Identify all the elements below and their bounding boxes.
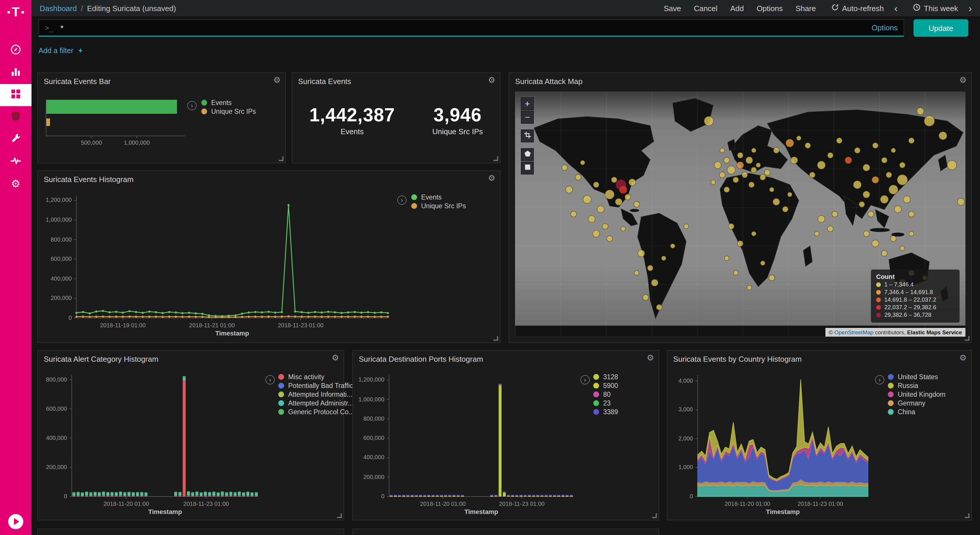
resize-handle[interactable] xyxy=(652,513,657,518)
update-button[interactable]: Update xyxy=(913,19,968,37)
time-range-picker[interactable]: This week xyxy=(913,3,958,13)
attack-point[interactable] xyxy=(588,216,595,223)
attack-point[interactable] xyxy=(751,148,756,153)
tmobile-logo[interactable]: T xyxy=(0,0,32,24)
legend-toggle[interactable]: › xyxy=(397,196,407,205)
legend-item[interactable]: Generic Protocol Co... xyxy=(278,408,354,416)
attack-point[interactable] xyxy=(733,271,738,275)
time-forward-button[interactable]: › xyxy=(969,3,972,13)
fit-bounds-button[interactable] xyxy=(521,129,534,142)
attack-point[interactable] xyxy=(619,186,627,194)
draw-rectangle-button[interactable] xyxy=(521,162,534,174)
attack-point[interactable] xyxy=(728,223,734,229)
attack-point[interactable] xyxy=(815,231,819,236)
legend-item[interactable]: 29,382.6 – 36,728 xyxy=(876,312,955,318)
attack-point[interactable] xyxy=(764,169,770,175)
legend-toggle[interactable]: › xyxy=(266,375,275,384)
attack-point[interactable] xyxy=(859,201,865,207)
attack-point[interactable] xyxy=(749,182,754,188)
attack-point[interactable] xyxy=(881,250,887,256)
resize-handle[interactable] xyxy=(493,336,498,341)
legend-item[interactable]: 80 xyxy=(593,391,618,398)
legend-item[interactable]: 23 xyxy=(593,400,618,407)
attack-point[interactable] xyxy=(724,256,729,261)
legend-item[interactable]: 1 – 7,346.4 xyxy=(876,281,955,288)
sidebar-item-discover[interactable] xyxy=(0,40,32,62)
topnav-action-save[interactable]: Save xyxy=(664,4,681,13)
attack-point[interactable] xyxy=(773,148,780,153)
attack-point[interactable] xyxy=(939,132,947,140)
attack-point[interactable] xyxy=(727,166,735,174)
add-filter-link[interactable]: Add a filter xyxy=(38,47,73,55)
attack-point[interactable] xyxy=(872,240,879,247)
attack-point[interactable] xyxy=(628,179,636,186)
attack-point[interactable] xyxy=(891,236,896,242)
draw-polygon-button[interactable] xyxy=(521,148,534,161)
sidebar-item-dev-tools[interactable] xyxy=(0,128,32,151)
attack-point[interactable] xyxy=(853,181,861,189)
legend-item[interactable]: Unique Src IPs xyxy=(201,108,256,115)
attack-point[interactable] xyxy=(854,148,860,153)
plus-icon[interactable]: + xyxy=(78,47,83,55)
attack-point[interactable] xyxy=(760,174,766,180)
attack-point[interactable] xyxy=(756,163,760,167)
attack-point[interactable] xyxy=(651,279,658,286)
attack-point[interactable] xyxy=(805,143,811,148)
attack-point[interactable] xyxy=(845,157,852,164)
attack-point[interactable] xyxy=(634,201,640,207)
zoom-in-button[interactable]: + xyxy=(521,97,534,110)
attack-point[interactable] xyxy=(593,182,599,188)
topnav-action-add[interactable]: Add xyxy=(730,4,744,13)
attack-point[interactable] xyxy=(647,265,653,271)
resize-handle[interactable] xyxy=(493,156,498,161)
attack-point[interactable] xyxy=(868,211,874,217)
attack-point[interactable] xyxy=(863,191,870,198)
sidebar-expand-button[interactable] xyxy=(8,514,23,529)
resize-handle[interactable] xyxy=(337,513,342,518)
attack-point[interactable] xyxy=(615,198,622,205)
legend-item[interactable]: China xyxy=(888,408,946,416)
breadcrumb-dashboard[interactable]: Dashboard xyxy=(40,4,77,13)
attack-point[interactable] xyxy=(711,180,716,185)
legend-item[interactable]: United Kingdom xyxy=(888,391,946,398)
resize-handle[interactable] xyxy=(279,156,283,161)
resize-handle[interactable] xyxy=(965,513,969,518)
attack-point[interactable] xyxy=(818,216,825,223)
legend-item[interactable]: 3389 xyxy=(593,408,618,416)
topnav-action-options[interactable]: Options xyxy=(757,4,783,13)
attack-point[interactable] xyxy=(837,138,842,143)
attack-point[interactable] xyxy=(602,223,608,229)
attack-point[interactable] xyxy=(872,176,879,183)
attack-point[interactable] xyxy=(719,172,725,178)
panel-gear-icon[interactable]: ⚙ xyxy=(488,76,495,84)
attack-point[interactable] xyxy=(581,161,585,165)
sidebar-item-visualize[interactable] xyxy=(0,62,32,84)
attack-point[interactable] xyxy=(827,152,833,158)
attack-point[interactable] xyxy=(832,211,838,217)
legend-toggle[interactable]: › xyxy=(581,375,590,384)
search-input[interactable]: >_ * Options xyxy=(38,19,904,37)
attack-point[interactable] xyxy=(643,295,649,301)
attack-point[interactable] xyxy=(924,116,934,126)
attack-point[interactable] xyxy=(947,161,957,170)
attack-point[interactable] xyxy=(889,185,898,194)
legend-item[interactable]: Events xyxy=(411,194,466,201)
attack-point[interactable] xyxy=(656,304,662,310)
attack-point[interactable] xyxy=(810,172,815,178)
query-options-link[interactable]: Options xyxy=(872,23,898,32)
attack-point[interactable] xyxy=(788,192,792,197)
attack-point[interactable] xyxy=(880,196,888,204)
sidebar-item-siem[interactable] xyxy=(0,106,32,128)
attack-point[interactable] xyxy=(742,172,748,178)
attack-point[interactable] xyxy=(899,162,905,168)
legend-item[interactable]: 7,346.4 – 14,691.8 xyxy=(876,289,955,295)
panel-gear-icon[interactable]: ⚙ xyxy=(488,174,495,182)
attack-point[interactable] xyxy=(760,261,765,266)
attack-point[interactable] xyxy=(894,205,901,213)
attack-point[interactable] xyxy=(872,143,878,148)
attack-point[interactable] xyxy=(886,172,892,178)
legend-item[interactable]: 22,037.2 – 29,382.6 xyxy=(876,304,955,310)
attack-point[interactable] xyxy=(909,231,914,236)
attack-point[interactable] xyxy=(786,139,794,147)
panel-gear-icon[interactable]: ⚙ xyxy=(959,353,967,362)
